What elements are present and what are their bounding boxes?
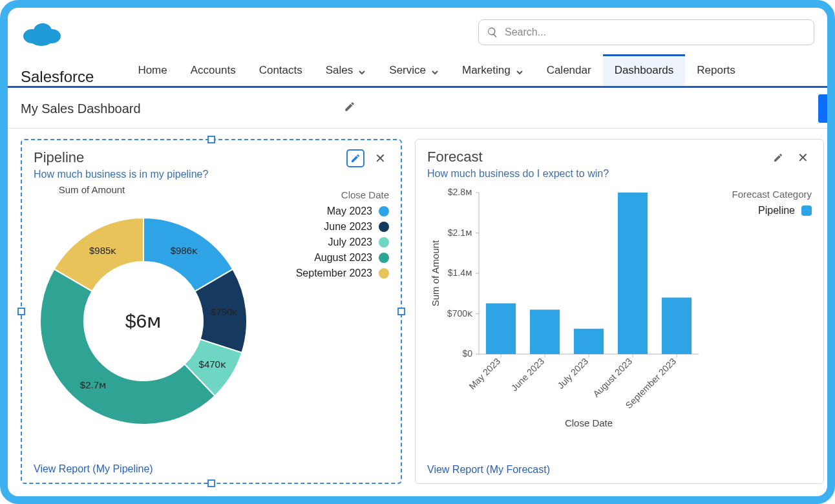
salesforce-logo-icon [21,18,62,47]
svg-text:$986ᴋ: $986ᴋ [171,245,198,256]
svg-rect-29 [618,193,648,354]
legend-swatch [801,205,812,216]
svg-text:$790ᴋ: $790ᴋ [211,306,238,317]
nav-marketing[interactable]: Marketing [450,54,535,86]
edit-widget-button[interactable] [769,149,787,167]
forecast-widget[interactable]: Forecast How much business do I expect t… [415,139,824,484]
legend-swatch [379,253,389,263]
svg-text:$0: $0 [462,348,472,359]
close-widget-button[interactable]: ✕ [794,149,812,167]
forecast-legend-item-label: Pipeline [758,205,795,216]
legend-item: July 2023 [266,236,389,248]
svg-text:$6ᴍ: $6ᴍ [125,310,162,331]
search-icon [487,26,498,38]
nav-label: Dashboards [615,64,674,77]
legend-swatch [379,237,389,247]
svg-text:Sum of Amount: Sum of Amount [430,240,441,306]
nav-label: Calendar [547,64,591,77]
svg-text:$2.7ᴍ: $2.7ᴍ [80,379,106,390]
nav-label: Accounts [191,64,236,77]
legend-item: May 2023 [266,205,389,217]
nav-label: Sales [326,64,354,77]
edit-widget-button[interactable] [346,149,365,167]
svg-text:$1.4ᴍ: $1.4ᴍ [448,268,472,278]
svg-text:$2.1ᴍ: $2.1ᴍ [448,227,472,238]
svg-text:Close Date: Close Date [565,417,613,428]
pipeline-legend-title: Close Date [266,189,389,200]
svg-text:$985ᴋ: $985ᴋ [89,245,116,256]
legend-item-label: September 2023 [296,268,372,279]
nav-calendar[interactable]: Calendar [535,54,603,86]
chevron-down-icon [431,67,439,74]
svg-rect-23 [530,310,560,354]
resize-handle-left[interactable] [17,308,25,315]
svg-rect-32 [662,298,692,355]
close-icon: ✕ [798,151,809,164]
forecast-view-report-link[interactable]: View Report (My Forecast) [427,457,812,476]
resize-handle-top[interactable] [207,136,215,143]
nav-contacts[interactable]: Contacts [248,54,314,86]
svg-point-3 [30,32,53,46]
legend-swatch [379,206,389,216]
legend-item-label: July 2023 [328,236,373,248]
nav-service[interactable]: Service [377,54,450,86]
nav-sales[interactable]: Sales [314,54,378,86]
chevron-down-icon [358,67,366,74]
search-input[interactable] [505,26,806,38]
global-search[interactable] [478,19,814,45]
close-widget-button[interactable]: ✕ [371,149,389,167]
dashboard-title[interactable]: My Sales Dashboard [21,101,344,116]
nav-label: Service [389,64,426,77]
nav-label: Contacts [259,64,302,77]
nav-label: Reports [697,64,735,77]
nav-accounts[interactable]: Accounts [179,54,248,86]
forecast-subtitle: How much business do I expect to win? [427,168,609,180]
main-nav: Salesforce HomeAccountsContactsSalesServ… [8,53,827,88]
svg-text:June 2023: June 2023 [509,356,547,394]
forecast-legend: Forecast Category Pipeline [705,186,812,457]
svg-text:May 2023: May 2023 [467,356,502,392]
legend-item-label: June 2023 [324,221,372,233]
brand-name: Salesforce [21,68,94,86]
pipeline-legend: Close Date May 2023June 2023July 2023Aug… [266,187,389,457]
pipeline-subtitle: How much business is in my pipeline? [34,169,208,180]
pipeline-widget[interactable]: Pipeline How much business is in my pipe… [21,139,402,484]
legend-item: August 2023 [266,252,389,264]
pipeline-title: Pipeline [34,149,208,166]
svg-text:July 2023: July 2023 [555,356,590,391]
legend-item-label: May 2023 [327,205,372,217]
forecast-title: Forecast [427,149,609,165]
legend-item-label: August 2023 [314,252,372,264]
svg-text:$2.8ᴍ: $2.8ᴍ [448,187,472,197]
nav-dashboards[interactable]: Dashboards [603,54,686,86]
pipeline-donut-chart: $986ᴋ$790ᴋ$470ᴋ$2.7ᴍ$985ᴋ$6ᴍ [34,198,266,431]
svg-rect-20 [486,303,516,354]
close-icon: ✕ [375,152,386,165]
legend-item: June 2023 [266,221,389,233]
svg-rect-26 [574,329,604,354]
chevron-down-icon [516,67,523,74]
legend-item: September 2023 [266,268,389,279]
resize-handle-right[interactable] [397,308,405,315]
svg-text:$470ᴋ: $470ᴋ [199,359,226,370]
pipeline-view-report-link[interactable]: View Report (My Pipeline) [34,457,389,475]
legend-swatch [379,222,389,232]
resize-handle-bottom[interactable] [207,479,215,487]
svg-text:$700ᴋ: $700ᴋ [447,308,473,319]
forecast-bar-chart: $0$700ᴋ$1.4ᴍ$2.1ᴍ$2.8ᴍMay 2023June 2023J… [427,186,705,432]
right-panel-accent [818,94,827,123]
donut-title: Sum of Amount [34,184,150,195]
forecast-legend-title: Forecast Category [705,189,812,200]
nav-reports[interactable]: Reports [685,54,747,86]
nav-home[interactable]: Home [126,54,178,86]
legend-swatch [379,268,389,278]
nav-label: Home [138,64,167,77]
nav-label: Marketing [462,64,511,77]
svg-text:August 2023: August 2023 [591,356,634,399]
edit-dashboard-title-button[interactable] [344,101,359,116]
